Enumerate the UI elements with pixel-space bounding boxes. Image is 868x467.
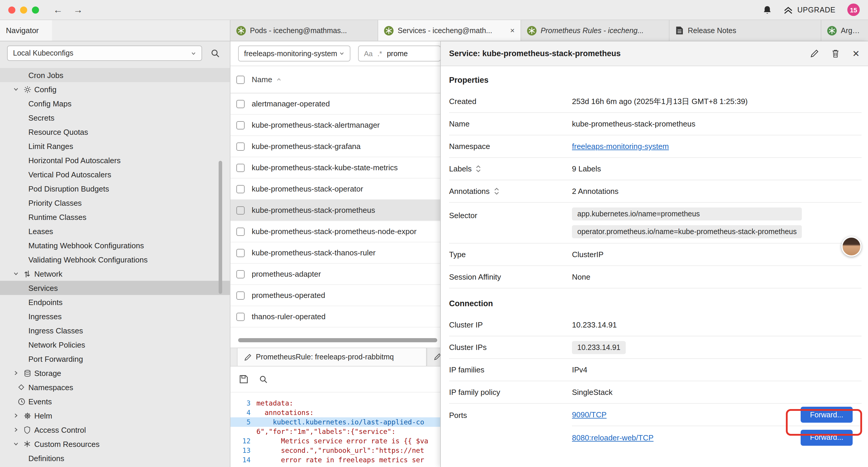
sidebar-item-label: Validating Webhook Configurations <box>28 255 148 264</box>
regex-toggle[interactable]: .* <box>377 49 382 58</box>
tab-services[interactable]: Services - icecheng@math... × <box>378 20 521 41</box>
line-number: 14 <box>230 455 251 465</box>
back-button[interactable]: ← <box>53 4 63 15</box>
property-row-cluster-ips: Cluster IPs 10.233.14.91 <box>449 337 862 359</box>
row-checkbox[interactable] <box>236 206 245 214</box>
property-label: IP families <box>449 365 484 374</box>
kubernetes-icon <box>527 26 536 35</box>
edit-icon[interactable] <box>810 49 819 58</box>
port-link-8080[interactable]: 8080:reloader-web/TCP <box>572 433 653 442</box>
maximize-window-button[interactable] <box>32 6 39 13</box>
row-checkbox[interactable] <box>236 313 245 321</box>
row-checkbox[interactable] <box>236 99 245 108</box>
row-checkbox[interactable] <box>236 270 245 278</box>
sidebar-item-priority-classes[interactable]: Priority Classes <box>0 196 230 210</box>
sidebar-item-namespaces[interactable]: Namespaces <box>0 380 230 394</box>
sidebar-item-services[interactable]: Services <box>0 281 230 295</box>
sidebar-item-access-control[interactable]: Access Control <box>0 423 230 437</box>
sidebar-item-label: Config <box>34 85 56 94</box>
sidebar-item-config-maps[interactable]: Config Maps <box>0 96 230 111</box>
sidebar-item-events[interactable]: Events <box>0 394 230 408</box>
code-text: Metrics service error rate is {{ $va <box>251 436 428 446</box>
search-icon[interactable] <box>259 375 268 383</box>
sidebar-item-label: Network <box>34 269 62 278</box>
tab-release-notes[interactable]: Release Notes <box>670 20 821 41</box>
sidebar-item-definitions[interactable]: Definitions <box>0 451 230 465</box>
tab-close-icon[interactable]: × <box>507 26 515 35</box>
save-icon[interactable] <box>239 375 248 384</box>
chevron-down-icon[interactable] <box>12 86 20 92</box>
sidebar-item-limit-ranges[interactable]: Limit Ranges <box>0 139 230 153</box>
upgrade-button[interactable]: UPGRADE <box>784 6 836 14</box>
tab-argo[interactable]: Argo S <box>821 20 868 41</box>
row-checkbox[interactable] <box>236 142 245 150</box>
sidebar-item-cron-jobs[interactable]: Cron Jobs <box>0 68 230 82</box>
expand-collapse-icon[interactable] <box>494 187 499 195</box>
sidebar-item-label: Access Control <box>34 425 86 434</box>
chevron-down-icon[interactable] <box>12 271 20 276</box>
tab-pods[interactable]: Pods - icecheng@mathmas... <box>230 20 378 41</box>
horizontal-scrollbar[interactable] <box>238 338 437 342</box>
service-name: kube-prometheus-stack-kube-state-metrics <box>252 163 398 172</box>
trash-icon[interactable] <box>832 49 840 58</box>
sidebar-item-label: Storage <box>34 369 61 377</box>
sidebar-item-runtime-classes[interactable]: Runtime Classes <box>0 210 230 224</box>
sidebar-item-helm[interactable]: Helm <box>0 408 230 423</box>
sidebar-item-leases[interactable]: Leases <box>0 224 230 238</box>
notifications-bell-icon[interactable] <box>763 5 772 14</box>
sidebar-item-storage[interactable]: Storage <box>0 366 230 380</box>
kubeconfig-selector[interactable]: Local Kubeconfigs <box>7 46 202 61</box>
service-search-input[interactable]: Aa .* prome <box>358 46 441 61</box>
editor-tab-prometheusrule[interactable]: PrometheusRule: freeleaps-prod-rabbitmq <box>237 348 427 366</box>
sidebar-item-validating-webhook-configurations[interactable]: Validating Webhook Configurations <box>0 253 230 267</box>
sidebar-item-network-policies[interactable]: Network Policies <box>0 338 230 352</box>
sidebar-item-network[interactable]: Network <box>0 267 230 281</box>
sidebar-item-horizontal-pod-autoscalers[interactable]: Horizontal Pod Autoscalers <box>0 153 230 167</box>
chevron-down-icon[interactable] <box>12 441 20 447</box>
property-value: kube-prometheus-stack-prometheus <box>572 119 695 128</box>
chevron-right-icon[interactable] <box>12 427 20 433</box>
match-case-toggle[interactable]: Aa <box>364 49 373 58</box>
notification-count-badge[interactable]: 15 <box>847 4 860 16</box>
chevron-right-icon[interactable] <box>12 370 20 376</box>
sidebar-item-custom-resources[interactable]: Custom Resources <box>0 437 230 451</box>
sidebar-item-config[interactable]: Config <box>0 82 230 96</box>
row-checkbox[interactable] <box>236 121 245 129</box>
row-checkbox[interactable] <box>236 227 245 236</box>
line-number: 4 <box>230 408 251 417</box>
chevron-right-icon[interactable] <box>12 413 20 418</box>
close-window-button[interactable] <box>8 6 16 13</box>
name-column-header[interactable]: Name <box>252 75 282 84</box>
forward-button-8080[interactable]: Forward... <box>801 430 852 445</box>
forward-button[interactable]: → <box>73 4 83 15</box>
row-checkbox[interactable] <box>236 291 245 299</box>
sidebar-item-ingress-classes[interactable]: Ingress Classes <box>0 323 230 338</box>
port-link-9090[interactable]: 9090/TCP <box>572 410 607 419</box>
row-checkbox[interactable] <box>236 249 245 257</box>
sidebar-item-secrets[interactable]: Secrets <box>0 111 230 125</box>
forward-button-9090[interactable]: Forward... <box>801 407 852 423</box>
sidebar-item-label: Runtime Classes <box>28 212 87 222</box>
sidebar-item-ingresses[interactable]: Ingresses <box>0 309 230 323</box>
close-icon[interactable]: ✕ <box>852 48 860 59</box>
user-avatar[interactable] <box>841 236 862 257</box>
sidebar-scrollbar[interactable] <box>219 161 222 294</box>
row-checkbox[interactable] <box>236 185 245 193</box>
row-checkbox[interactable] <box>236 164 245 172</box>
sidebar-item-label: Ingresses <box>28 312 62 321</box>
namespace-link[interactable]: freeleaps-monitoring-system <box>572 142 669 151</box>
tab-prometheus-rules[interactable]: Prometheus Rules - icecheng... <box>521 20 670 41</box>
namespace-filter-dropdown[interactable]: freeleaps-monitoring-system <box>238 46 350 61</box>
expand-collapse-icon[interactable] <box>476 165 481 173</box>
sidebar-item-vertical-pod-autoscalers[interactable]: Vertical Pod Autoscalers <box>0 167 230 181</box>
select-all-checkbox[interactable] <box>236 76 245 84</box>
search-icon[interactable] <box>208 46 223 61</box>
sidebar-item-mutating-webhook-configurations[interactable]: Mutating Webhook Configurations <box>0 238 230 253</box>
sidebar-item-resource-quotas[interactable]: Resource Quotas <box>0 125 230 139</box>
sidebar-item-port-forwarding[interactable]: Port Forwarding <box>0 352 230 366</box>
sidebar-item-pod-disruption-budgets[interactable]: Pod Disruption Budgets <box>0 181 230 196</box>
sidebar-item-endpoints[interactable]: Endpoints <box>0 295 230 309</box>
properties-heading: Properties <box>449 66 862 90</box>
sidebar-item-label: Events <box>28 397 52 406</box>
minimize-window-button[interactable] <box>20 6 27 13</box>
